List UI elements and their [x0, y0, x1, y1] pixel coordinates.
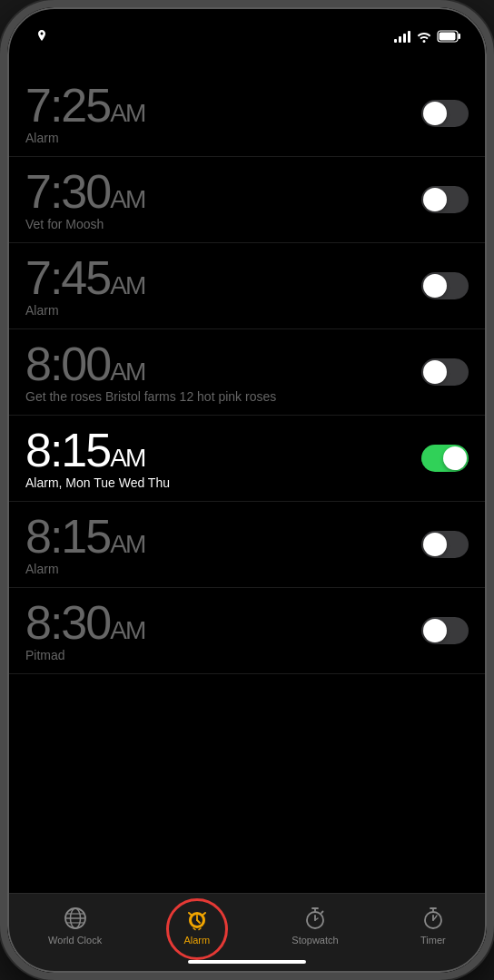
location-icon	[36, 30, 47, 43]
svg-line-16	[199, 928, 201, 930]
battery-icon	[438, 30, 461, 43]
toggle-thumb	[423, 533, 447, 556]
status-icons	[394, 30, 461, 43]
toggle-thumb	[423, 188, 447, 211]
alarm-label: Alarm, Mon Tue Wed Thu	[25, 475, 421, 490]
alarm-list: 7:25AM Alarm 7:30AM Vet for Moosh 7:45AM	[7, 71, 487, 973]
tab-item-stopwatch[interactable]: Stopwatch	[291, 906, 338, 946]
alarm-item-2[interactable]: 7:30AM Vet for Moosh	[7, 157, 487, 243]
alarm-clock-icon	[184, 906, 210, 931]
alarm-time: 8:15AM	[25, 426, 421, 474]
alarm-item-4[interactable]: 8:00AM Get the roses Bristol farms 12 ho…	[7, 329, 487, 416]
alarm-time: 8:30AM	[25, 599, 421, 646]
alarm-ampm: AM	[110, 99, 144, 127]
alarm-info: 7:25AM Alarm	[25, 82, 421, 145]
screen: 7:25AM Alarm 7:30AM Vet for Moosh 7:45AM	[7, 7, 487, 973]
alarm-info: 8:15AM Alarm	[25, 513, 421, 576]
alarm-ampm: AM	[110, 271, 144, 299]
alarm-ampm: AM	[110, 358, 144, 386]
mute-button[interactable]	[0, 152, 4, 189]
alarm-info: 8:15AM Alarm, Mon Tue Wed Thu	[25, 426, 421, 490]
alarm-label: Pitmad	[25, 648, 421, 662]
tab-label-stopwatch: Stopwatch	[291, 935, 338, 946]
svg-line-15	[193, 928, 195, 930]
alarm-ampm: AM	[110, 616, 144, 644]
alarm-info: 8:00AM Get the roses Bristol farms 12 ho…	[25, 340, 421, 404]
alarm-info: 8:30AM Pitmad	[25, 599, 421, 662]
alarm-toggle-2[interactable]	[421, 186, 469, 213]
tab-item-timer[interactable]: Timer	[420, 906, 446, 946]
alarm-toggle-5[interactable]	[421, 445, 469, 472]
alarm-toggle-3[interactable]	[421, 272, 469, 299]
alarm-time: 7:45AM	[25, 254, 421, 301]
tab-label-world-clock: World Clock	[48, 935, 102, 946]
power-button[interactable]	[490, 189, 494, 270]
globe-icon	[63, 906, 88, 931]
toggle-thumb	[423, 274, 447, 298]
svg-rect-2	[440, 33, 456, 41]
alarm-item-1[interactable]: 7:25AM Alarm	[7, 71, 487, 157]
alarm-time: 8:15AM	[25, 513, 421, 560]
alarm-item-6[interactable]: 8:15AM Alarm	[7, 502, 487, 588]
alarm-info: 7:45AM Alarm	[25, 254, 421, 318]
alarm-time: 8:00AM	[25, 340, 421, 387]
tab-bar: World Clock Alarm	[7, 893, 487, 973]
alarm-ampm: AM	[110, 530, 144, 558]
alarm-toggle-6[interactable]	[421, 531, 469, 558]
nav-header	[7, 53, 487, 71]
home-indicator	[188, 960, 306, 964]
toggle-thumb	[423, 619, 447, 642]
svg-line-14	[202, 913, 205, 916]
volume-down-button[interactable]	[0, 270, 4, 320]
alarm-label: Alarm	[25, 303, 421, 318]
tab-item-world-clock[interactable]: World Clock	[48, 906, 102, 946]
svg-rect-1	[459, 34, 461, 39]
alarm-label: Vet for Moosh	[25, 217, 421, 231]
svg-line-22	[321, 911, 323, 913]
notch	[179, 7, 315, 34]
stopwatch-icon	[302, 906, 328, 931]
tab-item-alarm[interactable]: Alarm	[183, 906, 210, 946]
alarm-info: 7:30AM Vet for Moosh	[25, 168, 421, 231]
toggle-thumb	[423, 102, 447, 125]
alarm-label: Alarm	[25, 562, 421, 576]
alarm-item-7[interactable]: 8:30AM Pitmad	[7, 588, 487, 674]
wifi-icon	[416, 30, 432, 43]
volume-up-button[interactable]	[0, 207, 4, 257]
alarm-ampm: AM	[110, 444, 144, 472]
alarm-toggle-1[interactable]	[421, 100, 469, 127]
toggle-thumb	[423, 360, 447, 384]
alarm-toggle-7[interactable]	[421, 617, 469, 644]
tab-label-timer: Timer	[420, 935, 446, 946]
tab-label-alarm: Alarm	[183, 935, 210, 946]
svg-line-13	[189, 913, 193, 916]
alarm-item-5[interactable]: 8:15AM Alarm, Mon Tue Wed Thu	[7, 416, 487, 502]
alarm-time: 7:25AM	[25, 82, 421, 129]
alarm-label: Get the roses Bristol farms 12 hot pink …	[25, 389, 421, 404]
alarm-label: Alarm	[25, 131, 421, 145]
alarm-item-3[interactable]: 7:45AM Alarm	[7, 243, 487, 329]
toggle-thumb	[443, 446, 467, 470]
phone-frame: 7:25AM Alarm 7:30AM Vet for Moosh 7:45AM	[0, 0, 494, 980]
alarm-time: 7:30AM	[25, 168, 421, 215]
timer-icon	[420, 906, 446, 931]
alarm-ampm: AM	[110, 185, 144, 213]
alarm-toggle-4[interactable]	[421, 358, 469, 386]
signal-icon	[394, 30, 410, 43]
